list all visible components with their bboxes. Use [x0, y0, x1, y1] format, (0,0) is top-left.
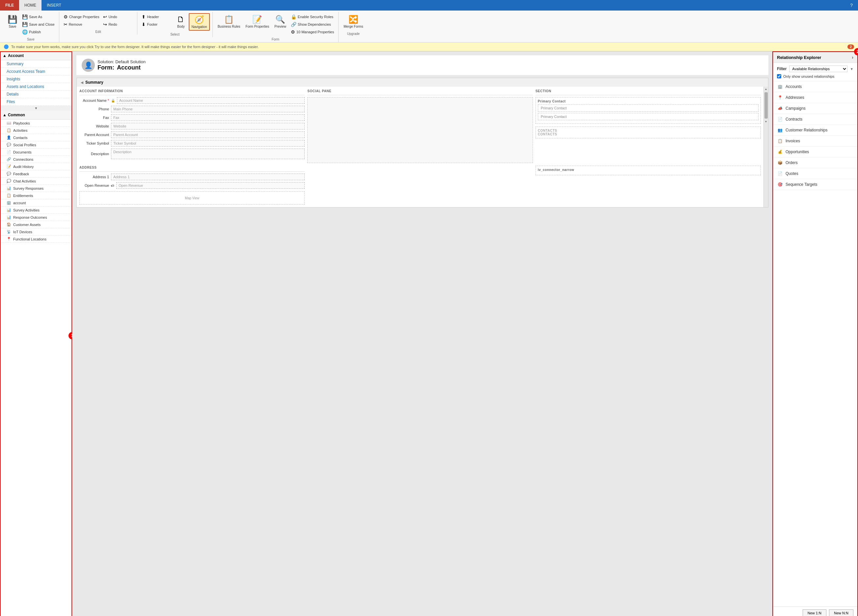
footer-button[interactable]: ⬇ Footer: [140, 21, 173, 28]
body-button[interactable]: 🗋 Body: [174, 13, 188, 30]
undo-button[interactable]: ↩ Undo: [101, 13, 134, 20]
new-nn-button[interactable]: New N:N: [829, 610, 853, 616]
accounts-icon: 🏢: [777, 84, 783, 90]
nav-item-summary[interactable]: Summary: [0, 60, 72, 68]
social-pane: [307, 97, 533, 163]
nav-item-contacts[interactable]: 👤 Contacts: [0, 134, 72, 141]
nav-item-insights[interactable]: Insights: [0, 75, 72, 83]
filter-dropdown[interactable]: Available Relationships: [789, 65, 847, 72]
dependencies-icon: 🔗: [291, 22, 297, 27]
navigation-button[interactable]: 🧭 Navigation: [189, 13, 210, 31]
open-revenue-input[interactable]: Open Revenue: [116, 182, 305, 189]
show-dependencies-button[interactable]: 🔗 Show Dependencies: [289, 21, 336, 28]
rel-item-invoices[interactable]: 📋 Invoices: [773, 136, 857, 146]
primary-contact-field-2[interactable]: Primary Contact: [538, 113, 759, 120]
remove-button[interactable]: ✂ Remove: [62, 21, 101, 28]
parent-account-input[interactable]: Parent Account: [111, 131, 305, 138]
rel-item-addresses[interactable]: 📍 Addresses: [773, 92, 857, 103]
business-rules-icon: 📋: [224, 15, 234, 24]
description-input[interactable]: Description: [111, 149, 305, 159]
publish-button[interactable]: 🌐 Publish: [20, 28, 56, 36]
insert-tab[interactable]: INSERT: [42, 0, 67, 11]
customer-assets-icon: 🏠: [6, 222, 11, 227]
audit-history-icon: 📝: [6, 164, 11, 169]
save-close-button[interactable]: 💾 Save and Close: [20, 21, 56, 28]
file-tab[interactable]: FILE: [0, 0, 19, 11]
change-properties-button[interactable]: ⚙ Change Properties: [62, 13, 101, 20]
opportunities-label: Opportunities: [785, 149, 809, 154]
nav-item-assets-locations[interactable]: Assets and Locations: [0, 83, 72, 90]
nav-item-playbooks[interactable]: 📖 Playbooks: [0, 120, 72, 127]
rel-item-orders[interactable]: 📦 Orders: [773, 157, 857, 168]
map-view-container: Map View: [79, 191, 305, 205]
nav-item-files[interactable]: Files: [0, 98, 72, 106]
unused-relationships-checkbox[interactable]: [777, 74, 781, 78]
functional-locations-icon: 📍: [6, 237, 11, 241]
form-properties-button[interactable]: 📝 Form Properties: [243, 13, 272, 30]
rel-item-quotes[interactable]: 📄 Quotes: [773, 168, 857, 179]
help-icon[interactable]: ?: [845, 3, 858, 8]
rel-item-customer-relationships[interactable]: 👥 Customer Relationships: [773, 125, 857, 136]
form-header: 👤 Solution: Default Solution Form: Accou…: [76, 55, 768, 75]
notification-text: To make sure your form works, make sure …: [11, 45, 845, 49]
fax-input[interactable]: Fax: [111, 114, 305, 121]
nav-item-social-profiles[interactable]: 💬 Social Profiles: [0, 141, 72, 149]
undo-icon: ↩: [103, 14, 107, 19]
nav-item-entitlements[interactable]: 📋 Entitlements: [0, 192, 72, 199]
website-input[interactable]: Website: [111, 123, 305, 129]
activities-icon: 📋: [6, 128, 11, 132]
business-rules-button[interactable]: 📋 Business Rules: [215, 13, 243, 30]
common-section-header[interactable]: ▲ Common: [0, 111, 72, 120]
new-1n-button[interactable]: New 1:N: [803, 610, 826, 616]
map-view: Map View: [79, 191, 305, 205]
ribbon-group-save: 💾 Save 💾 Save As 💾 Save and Close 🌐 Publ…: [3, 12, 59, 42]
address1-input[interactable]: Address 1: [111, 174, 305, 180]
preview-button[interactable]: 🔍 Preview: [272, 13, 289, 30]
nav-item-details[interactable]: Details: [0, 90, 72, 98]
nav-item-survey-activities[interactable]: 📊 Survey Activities: [0, 207, 72, 214]
rel-item-campaigns[interactable]: 📣 Campaigns: [773, 103, 857, 114]
nav-item-survey-responses[interactable]: 📊 Survey Responses: [0, 185, 72, 192]
nav-item-documents[interactable]: 📄 Documents: [0, 149, 72, 156]
account-section-label: Account: [8, 53, 24, 58]
scroll-down-arrow[interactable]: ▼: [764, 119, 768, 124]
save-button[interactable]: 💾 Save: [5, 13, 20, 30]
nav-item-account-access-team[interactable]: Account Access Team: [0, 68, 72, 75]
nav-item-functional-locations[interactable]: 📍 Functional Locations: [0, 235, 72, 243]
rel-item-sequence-targets[interactable]: 🎯 Sequence Targets: [773, 179, 857, 190]
parent-account-label: Parent Account: [79, 133, 109, 137]
panel-arrow-icon[interactable]: ›: [852, 55, 853, 60]
redo-button[interactable]: ↪ Redo: [101, 21, 134, 28]
rel-item-opportunities[interactable]: 💰 Opportunities: [773, 146, 857, 157]
phone-input[interactable]: Main Phone: [111, 106, 305, 112]
nav-item-connections[interactable]: 🔗 Connections: [0, 156, 72, 163]
orders-label: Orders: [785, 160, 798, 165]
section-header: Section: [536, 89, 761, 95]
primary-contact-field-1[interactable]: Primary Contact: [538, 104, 759, 112]
nav-item-chat-activities[interactable]: 💭 Chat Activities: [0, 177, 72, 185]
nav-item-response-outcomes[interactable]: 📊 Response Outcomes: [0, 214, 72, 221]
nav-item-iot-devices[interactable]: 📡 IoT Devices: [0, 228, 72, 235]
merge-forms-button[interactable]: 🔀 Merge Forms: [341, 13, 365, 30]
ticker-symbol-input[interactable]: Ticker Symbol: [111, 140, 305, 146]
scrollbar-thumb[interactable]: [765, 92, 768, 118]
home-tab[interactable]: HOME: [19, 0, 42, 11]
customer-relationships-icon: 👥: [777, 127, 783, 133]
nav-item-account[interactable]: 🏢 account: [0, 199, 72, 207]
opportunities-icon: 💰: [777, 149, 783, 155]
nav-item-feedback[interactable]: 💬 Feedback: [0, 170, 72, 177]
managed-properties-button[interactable]: ⚙ 10 Managed Properties: [289, 28, 336, 36]
account-name-input[interactable]: Account Name: [117, 97, 305, 104]
field-row-ticker: Ticker Symbol Ticker Symbol: [79, 140, 305, 146]
rel-item-accounts[interactable]: 🏢 Accounts: [773, 81, 857, 92]
header-button[interactable]: ⬆ Header: [140, 13, 173, 20]
save-as-button[interactable]: 💾 Save As: [20, 13, 56, 20]
rel-item-contracts[interactable]: 📄 Contracts: [773, 114, 857, 125]
account-section-header[interactable]: ▲ Account: [0, 51, 72, 60]
scroll-up-arrow[interactable]: ▲: [764, 87, 768, 92]
nav-item-audit-history[interactable]: 📝 Audit History: [0, 163, 72, 170]
enable-security-button[interactable]: 🔒 Enable Security Roles: [289, 13, 336, 20]
nav-scroll-down[interactable]: ▼: [0, 106, 72, 111]
nav-item-customer-assets[interactable]: 🏠 Customer Assets: [0, 221, 72, 228]
nav-item-activities[interactable]: 📋 Activities: [0, 127, 72, 134]
